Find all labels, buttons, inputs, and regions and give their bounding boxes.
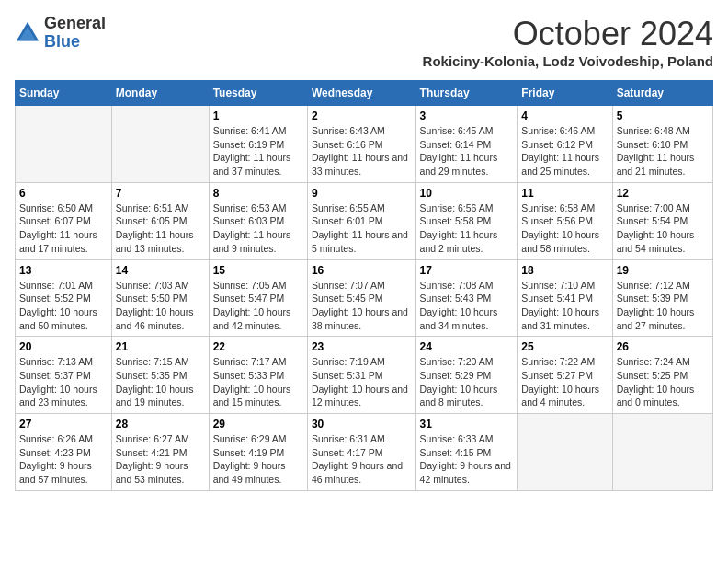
calendar-cell: 16Sunrise: 7:07 AMSunset: 5:45 PMDayligh…: [307, 259, 415, 337]
calendar-cell: 25Sunrise: 7:22 AMSunset: 5:27 PMDayligh…: [518, 337, 612, 414]
day-detail: Sunrise: 6:50 AMSunset: 6:07 PMDaylight:…: [19, 201, 108, 256]
day-detail: Sunrise: 7:05 AMSunset: 5:47 PMDaylight:…: [213, 279, 303, 333]
week-row-2: 6Sunrise: 6:50 AMSunset: 6:07 PMDaylight…: [16, 182, 713, 259]
day-number: 15: [213, 264, 303, 277]
day-detail: Sunrise: 6:58 AMSunset: 5:56 PMDaylight:…: [521, 201, 608, 256]
day-detail: Sunrise: 6:53 AMSunset: 6:03 PMDaylight:…: [213, 201, 303, 256]
calendar-cell: 8Sunrise: 6:53 AMSunset: 6:03 PMDaylight…: [209, 182, 307, 259]
week-row-1: 1Sunrise: 6:41 AMSunset: 6:19 PMDaylight…: [16, 106, 713, 183]
day-number: 8: [213, 187, 303, 200]
calendar-cell: 31Sunrise: 6:33 AMSunset: 4:15 PMDayligh…: [415, 414, 518, 491]
day-number: 19: [617, 264, 709, 277]
col-header-tuesday: Tuesday: [209, 81, 307, 106]
day-number: 20: [19, 340, 108, 353]
header-row: SundayMondayTuesdayWednesdayThursdayFrid…: [16, 81, 713, 106]
calendar-cell: 15Sunrise: 7:05 AMSunset: 5:47 PMDayligh…: [209, 259, 307, 337]
logo-general-text: General: [44, 15, 106, 33]
calendar-cell: 27Sunrise: 6:26 AMSunset: 4:23 PMDayligh…: [16, 414, 112, 491]
calendar-cell: 20Sunrise: 7:13 AMSunset: 5:37 PMDayligh…: [16, 337, 112, 414]
day-detail: Sunrise: 6:27 AMSunset: 4:21 PMDaylight:…: [116, 432, 205, 487]
col-header-monday: Monday: [111, 81, 209, 106]
day-number: 14: [116, 264, 205, 277]
col-header-sunday: Sunday: [16, 81, 112, 106]
calendar-cell: 30Sunrise: 6:31 AMSunset: 4:17 PMDayligh…: [307, 414, 415, 491]
calendar-cell: 10Sunrise: 6:56 AMSunset: 5:58 PMDayligh…: [415, 182, 518, 259]
day-detail: Sunrise: 7:03 AMSunset: 5:50 PMDaylight:…: [116, 279, 205, 333]
day-detail: Sunrise: 6:43 AMSunset: 6:16 PMDaylight:…: [312, 124, 412, 178]
calendar-cell: 19Sunrise: 7:12 AMSunset: 5:39 PMDayligh…: [612, 259, 712, 337]
calendar-cell: 23Sunrise: 7:19 AMSunset: 5:31 PMDayligh…: [307, 337, 415, 414]
day-number: 30: [312, 418, 412, 431]
day-number: 17: [420, 264, 514, 277]
day-detail: Sunrise: 7:20 AMSunset: 5:29 PMDaylight:…: [420, 355, 514, 409]
day-detail: Sunrise: 6:29 AMSunset: 4:19 PMDaylight:…: [213, 432, 303, 487]
day-detail: Sunrise: 7:10 AMSunset: 5:41 PMDaylight:…: [521, 279, 608, 333]
day-detail: Sunrise: 6:31 AMSunset: 4:17 PMDaylight:…: [312, 432, 412, 487]
day-number: 5: [617, 109, 709, 122]
day-detail: Sunrise: 6:45 AMSunset: 6:14 PMDaylight:…: [420, 124, 514, 178]
title-area: October 2024 Rokiciny-Kolonia, Lodz Voiv…: [423, 15, 713, 69]
calendar-cell: 4Sunrise: 6:46 AMSunset: 6:12 PMDaylight…: [518, 106, 612, 183]
col-header-wednesday: Wednesday: [307, 81, 415, 106]
calendar-cell: 22Sunrise: 7:17 AMSunset: 5:33 PMDayligh…: [209, 337, 307, 414]
day-detail: Sunrise: 6:41 AMSunset: 6:19 PMDaylight:…: [213, 124, 303, 178]
day-number: 31: [420, 418, 514, 431]
calendar-cell: 21Sunrise: 7:15 AMSunset: 5:35 PMDayligh…: [111, 337, 209, 414]
logo: General Blue: [15, 15, 106, 52]
day-detail: Sunrise: 7:24 AMSunset: 5:25 PMDaylight:…: [617, 355, 709, 409]
day-number: 10: [420, 187, 514, 200]
day-detail: Sunrise: 7:13 AMSunset: 5:37 PMDaylight:…: [19, 355, 108, 409]
calendar-cell: 2Sunrise: 6:43 AMSunset: 6:16 PMDaylight…: [307, 106, 415, 183]
col-header-friday: Friday: [518, 81, 612, 106]
calendar-cell: 29Sunrise: 6:29 AMSunset: 4:19 PMDayligh…: [209, 414, 307, 491]
day-number: 12: [617, 187, 709, 200]
calendar-cell: [518, 414, 612, 491]
calendar-cell: [612, 414, 712, 491]
location-subtitle: Rokiciny-Kolonia, Lodz Voivodeship, Pola…: [423, 53, 713, 69]
day-detail: Sunrise: 6:46 AMSunset: 6:12 PMDaylight:…: [521, 124, 608, 178]
calendar-cell: 11Sunrise: 6:58 AMSunset: 5:56 PMDayligh…: [518, 182, 612, 259]
calendar-table: SundayMondayTuesdayWednesdayThursdayFrid…: [15, 80, 713, 491]
day-number: 7: [116, 187, 205, 200]
day-detail: Sunrise: 6:56 AMSunset: 5:58 PMDaylight:…: [420, 201, 514, 256]
day-number: 25: [521, 340, 608, 353]
day-detail: Sunrise: 7:08 AMSunset: 5:43 PMDaylight:…: [420, 279, 514, 333]
calendar-cell: 3Sunrise: 6:45 AMSunset: 6:14 PMDaylight…: [415, 106, 518, 183]
day-number: 29: [213, 418, 303, 431]
day-detail: Sunrise: 7:17 AMSunset: 5:33 PMDaylight:…: [213, 355, 303, 409]
day-detail: Sunrise: 6:48 AMSunset: 6:10 PMDaylight:…: [617, 124, 709, 178]
day-number: 22: [213, 340, 303, 353]
logo-blue-text: Blue: [44, 33, 106, 52]
day-detail: Sunrise: 7:01 AMSunset: 5:52 PMDaylight:…: [19, 279, 108, 333]
day-detail: Sunrise: 7:22 AMSunset: 5:27 PMDaylight:…: [521, 355, 608, 409]
day-number: 27: [19, 418, 108, 431]
day-number: 9: [312, 187, 412, 200]
day-detail: Sunrise: 7:07 AMSunset: 5:45 PMDaylight:…: [312, 279, 412, 333]
calendar-cell: [16, 106, 112, 183]
day-number: 16: [312, 264, 412, 277]
day-number: 28: [116, 418, 205, 431]
week-row-5: 27Sunrise: 6:26 AMSunset: 4:23 PMDayligh…: [16, 414, 713, 491]
calendar-cell: 9Sunrise: 6:55 AMSunset: 6:01 PMDaylight…: [307, 182, 415, 259]
day-detail: Sunrise: 6:55 AMSunset: 6:01 PMDaylight:…: [312, 201, 412, 256]
day-number: 24: [420, 340, 514, 353]
day-number: 13: [19, 264, 108, 277]
calendar-cell: 6Sunrise: 6:50 AMSunset: 6:07 PMDaylight…: [16, 182, 112, 259]
week-row-3: 13Sunrise: 7:01 AMSunset: 5:52 PMDayligh…: [16, 259, 713, 337]
col-header-saturday: Saturday: [612, 81, 712, 106]
week-row-4: 20Sunrise: 7:13 AMSunset: 5:37 PMDayligh…: [16, 337, 713, 414]
month-title: October 2024: [423, 15, 713, 53]
day-number: 4: [521, 109, 608, 122]
day-detail: Sunrise: 7:12 AMSunset: 5:39 PMDaylight:…: [617, 279, 709, 333]
day-detail: Sunrise: 6:33 AMSunset: 4:15 PMDaylight:…: [420, 432, 514, 487]
col-header-thursday: Thursday: [415, 81, 518, 106]
day-number: 11: [521, 187, 608, 200]
day-number: 21: [116, 340, 205, 353]
day-number: 3: [420, 109, 514, 122]
calendar-cell: 24Sunrise: 7:20 AMSunset: 5:29 PMDayligh…: [415, 337, 518, 414]
calendar-cell: 17Sunrise: 7:08 AMSunset: 5:43 PMDayligh…: [415, 259, 518, 337]
day-number: 6: [19, 187, 108, 200]
day-detail: Sunrise: 6:51 AMSunset: 6:05 PMDaylight:…: [116, 201, 205, 256]
calendar-cell: 18Sunrise: 7:10 AMSunset: 5:41 PMDayligh…: [518, 259, 612, 337]
logo-icon: [15, 20, 40, 46]
